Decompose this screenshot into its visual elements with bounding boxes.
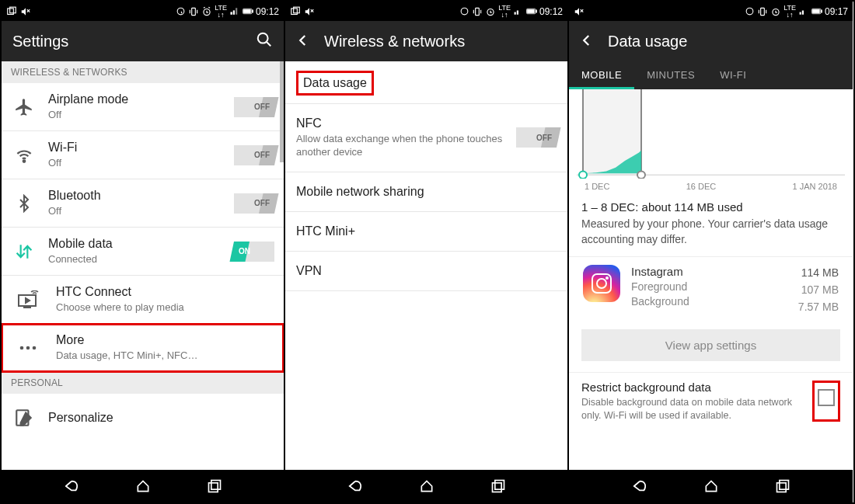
app-bg-label: Background <box>631 295 787 308</box>
svg-point-12 <box>258 33 268 43</box>
more-icon <box>9 344 47 352</box>
svg-point-14 <box>23 160 26 162</box>
item-vpn[interactable]: VPN <box>285 252 567 291</box>
mute-icon <box>20 6 31 17</box>
scrollbar[interactable] <box>280 61 284 162</box>
svg-rect-1 <box>10 7 16 13</box>
svg-point-40 <box>746 8 753 15</box>
status-bar: LTE↓↑ 09:12 <box>285 2 567 21</box>
nav-back-icon[interactable] <box>347 478 364 495</box>
item-data-usage[interactable]: Data usage <box>285 61 567 104</box>
alarm-icon <box>770 6 781 17</box>
nav-home-icon[interactable] <box>418 478 435 495</box>
tab-mobile[interactable]: MOBILE <box>569 61 634 89</box>
nav-back-icon[interactable] <box>63 478 80 495</box>
multiwindow-icon <box>290 6 301 17</box>
nav-home-icon[interactable] <box>703 478 720 495</box>
multiwindow-icon <box>6 6 17 17</box>
app-fg-label: Foreground <box>631 280 787 293</box>
restrict-checkbox[interactable] <box>818 389 835 406</box>
vibrate-icon <box>188 6 199 17</box>
signal-icon <box>229 6 240 17</box>
app-row-instagram[interactable]: Instagram Foreground Background 114 MB 1… <box>569 256 853 323</box>
usage-chart[interactable] <box>569 89 853 179</box>
alarm-icon <box>201 6 212 17</box>
item-bluetooth[interactable]: Bluetooth Off OFF <box>2 179 284 228</box>
tab-minutes[interactable]: MINUTES <box>634 61 707 89</box>
nav-home-icon[interactable] <box>134 478 152 495</box>
data-usage-label: Data usage <box>296 71 374 96</box>
item-htc-connect[interactable]: HTC Connect Choose where to play media <box>2 276 284 324</box>
bt-sub: Off <box>48 205 225 217</box>
airplane-toggle[interactable]: OFF <box>234 97 274 117</box>
svg-rect-10 <box>252 10 253 12</box>
airplane-icon <box>9 97 39 117</box>
summary-sub: Measured by your phone. Your carrier's d… <box>581 217 840 247</box>
svg-rect-35 <box>528 9 535 12</box>
back-icon[interactable] <box>580 30 594 52</box>
svg-point-4 <box>177 8 184 15</box>
item-airplane-mode[interactable]: Airplane mode Off OFF <box>2 83 284 131</box>
battery-icon <box>526 6 537 17</box>
view-app-settings-button[interactable]: View app settings <box>581 329 840 361</box>
nav-recent-icon[interactable] <box>206 478 223 495</box>
svg-rect-24 <box>291 8 298 14</box>
nav-recent-icon[interactable] <box>490 478 507 495</box>
wifi-toggle[interactable]: OFF <box>234 145 274 165</box>
axis-end: 1 JAN 2018 <box>793 182 837 191</box>
item-mobile-network-sharing[interactable]: Mobile network sharing <box>285 172 567 212</box>
tab-wifi[interactable]: WI-FI <box>707 61 759 89</box>
htc-title: HTC Connect <box>56 284 274 300</box>
bt-title: Bluetooth <box>48 188 225 203</box>
app-bar: Wireless & networks <box>285 21 567 61</box>
svg-rect-23 <box>211 481 220 490</box>
item-restrict-background[interactable]: Restrict background data Disable backgro… <box>569 372 853 429</box>
svg-point-18 <box>20 346 24 349</box>
app-fg-val: 107 MB <box>798 282 839 299</box>
nfc-toggle[interactable]: OFF <box>516 127 557 148</box>
network-type-label: LTE↓↑ <box>215 5 227 17</box>
sync-icon <box>175 6 186 17</box>
item-mobile-data[interactable]: Mobile data Connected ON <box>2 228 284 276</box>
bt-toggle[interactable]: OFF <box>234 193 274 214</box>
app-total: 114 MB <box>798 265 839 282</box>
personalize-title: Personalize <box>48 410 274 426</box>
htc-sub: Choose where to play media <box>56 301 274 314</box>
item-personalize[interactable]: Personalize <box>2 394 284 442</box>
section-wireless: WIRELESS & NETWORKS <box>2 61 284 83</box>
screen-settings: LTE↓↑ 09:12 Settings WIRELESS & NETWORKS… <box>2 2 285 502</box>
clock-label: 09:12 <box>256 6 279 17</box>
nfc-sub: Allow data exchange when the phone touch… <box>296 133 507 159</box>
summary-line: 1 – 8 DEC: about 114 MB used <box>581 199 840 215</box>
battery-icon <box>811 6 822 17</box>
alarm-icon <box>485 6 496 17</box>
back-icon[interactable] <box>296 30 310 52</box>
share-title: Mobile network sharing <box>296 185 557 199</box>
nfc-title: NFC <box>296 116 507 130</box>
item-more[interactable]: More Data usage, HTC Mini+, NFC… <box>2 324 284 372</box>
nav-back-icon[interactable] <box>631 478 648 495</box>
more-sub: Data usage, HTC Mini+, NFC… <box>56 349 274 362</box>
page-title: Data usage <box>608 33 842 50</box>
app-bg-val: 7.57 MB <box>798 299 839 316</box>
more-title: More <box>56 332 274 348</box>
mute-icon <box>574 6 585 17</box>
search-icon[interactable] <box>256 31 273 52</box>
mobile-toggle[interactable]: ON <box>234 242 274 262</box>
page-title: Wireless & networks <box>324 33 557 50</box>
item-htc-mini[interactable]: HTC Mini+ <box>285 212 567 252</box>
wireless-list: Data usage NFC Allow data exchange when … <box>285 61 567 470</box>
airplane-sub: Off <box>48 109 225 121</box>
vibrate-icon <box>757 6 768 17</box>
svg-rect-5 <box>192 8 196 15</box>
svg-rect-36 <box>492 483 501 492</box>
item-nfc[interactable]: NFC Allow data exchange when the phone t… <box>285 104 567 172</box>
svg-rect-37 <box>494 481 504 490</box>
item-wifi[interactable]: Wi-Fi Off OFF <box>2 131 284 179</box>
nav-recent-icon[interactable] <box>774 478 791 495</box>
app-bar: Data usage <box>569 21 853 61</box>
airplane-title: Airplane mode <box>48 92 225 107</box>
page-title: Settings <box>12 33 242 50</box>
battery-icon <box>243 6 253 17</box>
network-type-label: LTE↓↑ <box>498 5 511 17</box>
